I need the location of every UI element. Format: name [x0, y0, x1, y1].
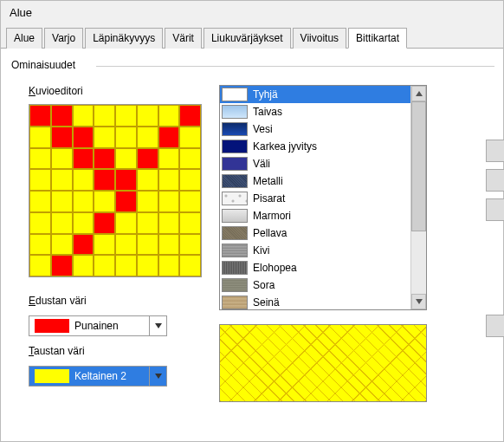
- grid-cell[interactable]: [94, 212, 115, 234]
- list-item[interactable]: Pellava: [220, 224, 410, 242]
- grid-cell[interactable]: [137, 234, 158, 256]
- tab-viivoitus[interactable]: Viivoitus: [293, 28, 346, 49]
- grid-cell[interactable]: [115, 148, 137, 170]
- list-item[interactable]: Sora: [220, 276, 410, 294]
- grid-cell[interactable]: [29, 191, 51, 212]
- grid-cell[interactable]: [179, 212, 201, 234]
- list-item[interactable]: Marmori: [220, 207, 410, 224]
- grid-cell[interactable]: [73, 148, 94, 170]
- grid-cell[interactable]: [94, 127, 115, 148]
- grid-cell[interactable]: [51, 169, 73, 191]
- grid-cell[interactable]: [73, 255, 94, 276]
- list-item[interactable]: Seinä: [220, 294, 410, 309]
- background-color-value: Keltainen 2: [74, 370, 149, 382]
- grid-cell[interactable]: [158, 169, 180, 191]
- dropdown-arrow-icon[interactable]: [149, 367, 166, 386]
- grid-cell[interactable]: [51, 234, 73, 256]
- grid-cell[interactable]: [73, 127, 94, 148]
- grid-cell[interactable]: [73, 169, 94, 191]
- grid-cell[interactable]: [94, 191, 115, 212]
- grid-cell[interactable]: [158, 212, 180, 234]
- list-item[interactable]: Elohopea: [220, 259, 410, 276]
- tab-läpinäkyvyys[interactable]: Läpinäkyvyys: [85, 28, 163, 49]
- grid-cell[interactable]: [115, 127, 137, 148]
- list-item[interactable]: Karkea jyvitys: [220, 138, 410, 155]
- grid-cell[interactable]: [51, 255, 73, 276]
- grid-cell[interactable]: [158, 127, 180, 148]
- grid-cell[interactable]: [179, 105, 201, 127]
- tab-liukuvärjäykset[interactable]: Liukuvärjäykset: [204, 28, 291, 49]
- foreground-color-picker[interactable]: Punainen: [29, 315, 167, 336]
- grid-cell[interactable]: [29, 255, 51, 276]
- scroll-down-button[interactable]: [411, 294, 426, 309]
- background-color-picker[interactable]: Keltainen 2: [29, 366, 167, 387]
- grid-cell[interactable]: [115, 191, 137, 212]
- grid-cell[interactable]: [179, 148, 201, 170]
- tab-bittikartat[interactable]: Bittikartat: [348, 28, 407, 49]
- tab-alue[interactable]: Alue: [6, 28, 42, 49]
- grid-cell[interactable]: [115, 255, 137, 276]
- scrollbar[interactable]: [410, 86, 426, 309]
- side-button-1[interactable]: [486, 140, 504, 162]
- side-button-4[interactable]: [486, 315, 504, 337]
- list-item[interactable]: Vesi: [220, 120, 410, 138]
- grid-cell[interactable]: [137, 169, 158, 191]
- grid-cell[interactable]: [94, 234, 115, 256]
- grid-cell[interactable]: [51, 191, 73, 212]
- grid-cell[interactable]: [29, 212, 51, 234]
- grid-cell[interactable]: [29, 234, 51, 256]
- pattern-editor-grid[interactable]: [29, 104, 202, 277]
- list-item[interactable]: Taivas: [220, 103, 410, 120]
- grid-cell[interactable]: [137, 148, 158, 170]
- list-item[interactable]: Väli: [220, 155, 410, 172]
- list-item[interactable]: Metalli: [220, 172, 410, 190]
- dropdown-arrow-icon[interactable]: [149, 316, 166, 335]
- grid-cell[interactable]: [179, 127, 201, 148]
- grid-cell[interactable]: [115, 169, 137, 191]
- list-item[interactable]: Pisarat: [220, 190, 410, 207]
- grid-cell[interactable]: [29, 169, 51, 191]
- side-button-3[interactable]: [486, 198, 504, 221]
- grid-cell[interactable]: [115, 212, 137, 234]
- grid-cell[interactable]: [137, 255, 158, 276]
- grid-cell[interactable]: [94, 255, 115, 276]
- grid-cell[interactable]: [94, 148, 115, 170]
- grid-cell[interactable]: [179, 255, 201, 276]
- grid-cell[interactable]: [51, 148, 73, 170]
- grid-cell[interactable]: [137, 191, 158, 212]
- grid-cell[interactable]: [179, 191, 201, 212]
- grid-cell[interactable]: [179, 234, 201, 256]
- grid-cell[interactable]: [73, 234, 94, 256]
- grid-cell[interactable]: [94, 105, 115, 127]
- tab-värit[interactable]: Värit: [165, 28, 202, 49]
- grid-cell[interactable]: [137, 212, 158, 234]
- grid-cell[interactable]: [73, 105, 94, 127]
- grid-cell[interactable]: [137, 127, 158, 148]
- grid-cell[interactable]: [158, 148, 180, 170]
- grid-cell[interactable]: [73, 191, 94, 212]
- grid-cell[interactable]: [158, 234, 180, 256]
- list-item[interactable]: Kivi: [220, 242, 410, 259]
- grid-cell[interactable]: [179, 169, 201, 191]
- grid-cell[interactable]: [158, 105, 180, 127]
- scroll-up-button[interactable]: [411, 86, 426, 101]
- grid-cell[interactable]: [29, 127, 51, 148]
- grid-cell[interactable]: [115, 105, 137, 127]
- grid-cell[interactable]: [94, 169, 115, 191]
- grid-cell[interactable]: [51, 212, 73, 234]
- list-item[interactable]: Tyhjä: [220, 86, 410, 103]
- grid-cell[interactable]: [29, 148, 51, 170]
- scroll-thumb[interactable]: [411, 101, 426, 231]
- grid-cell[interactable]: [73, 212, 94, 234]
- tab-varjo[interactable]: Varjo: [44, 28, 83, 49]
- grid-cell[interactable]: [29, 105, 51, 127]
- grid-cell[interactable]: [158, 191, 180, 212]
- bitmap-thumbnail: [222, 244, 248, 257]
- grid-cell[interactable]: [51, 127, 73, 148]
- grid-cell[interactable]: [158, 255, 180, 276]
- grid-cell[interactable]: [137, 105, 158, 127]
- grid-cell[interactable]: [51, 105, 73, 127]
- grid-cell[interactable]: [115, 234, 137, 256]
- bitmap-listbox[interactable]: TyhjäTaivasVesiKarkea jyvitysVäliMetalli…: [219, 85, 427, 310]
- side-button-2[interactable]: [486, 169, 504, 192]
